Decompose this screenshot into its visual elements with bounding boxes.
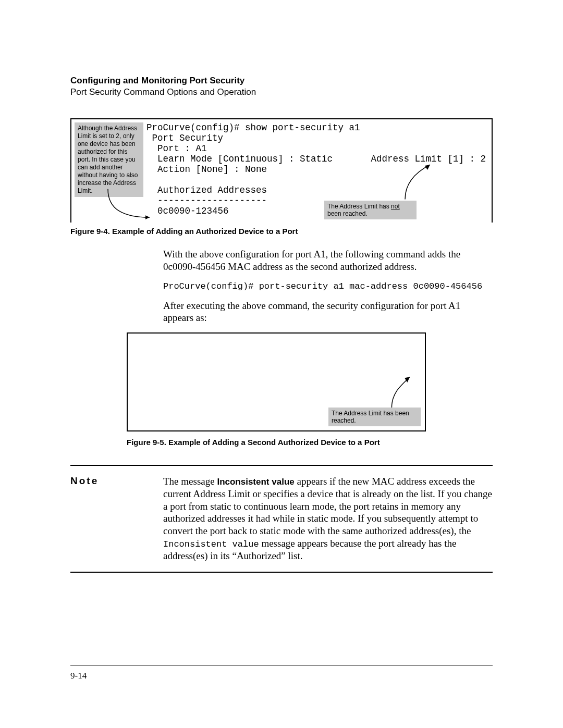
- note-block: Note The message Inconsistent value appe…: [70, 465, 493, 573]
- callout-right: The Address Limit has not been reached.: [324, 201, 417, 219]
- paragraph-2: After executing the above command, the s…: [163, 300, 493, 325]
- note-code: Inconsistent value: [163, 539, 259, 549]
- figure-9-5: The Address Limit has been reached.: [127, 332, 426, 431]
- note-bold: Inconsistent value: [217, 477, 294, 487]
- terminal-output: ProCurve(config)# show port-security a1 …: [146, 122, 486, 216]
- footer-rule: [70, 665, 493, 665]
- callout-right-2: The Address Limit has been reached.: [328, 408, 421, 426]
- section-title: Configuring and Monitoring Port Security: [70, 76, 493, 86]
- figure-9-5-caption: Figure 9-5. Example of Adding a Second A…: [127, 438, 493, 447]
- paragraph-1: With the above configuration for port A1…: [163, 248, 493, 273]
- svg-marker-2: [405, 377, 410, 382]
- callout-left: Although the Address Limit is set to 2, …: [75, 122, 143, 197]
- note-body: The message Inconsistent value appears i…: [163, 475, 493, 562]
- command-example: ProCurve(config)# port-security a1 mac-a…: [163, 281, 493, 291]
- section-subtitle: Port Security Command Options and Operat…: [70, 87, 493, 97]
- figure-9-4-caption: Figure 9-4. Example of Adding an Authori…: [70, 227, 493, 236]
- figure-9-4: Although the Address Limit is set to 2, …: [70, 118, 493, 223]
- page: Configuring and Monitoring Port Security…: [0, 0, 563, 728]
- callout-underline: not: [391, 203, 400, 210]
- note-text-a: The message: [163, 476, 217, 487]
- note-label: Note: [70, 475, 163, 487]
- callout-text-b: been reached.: [327, 210, 368, 217]
- callout-text-a: The Address Limit has: [327, 203, 391, 210]
- page-number: 9-14: [70, 671, 87, 681]
